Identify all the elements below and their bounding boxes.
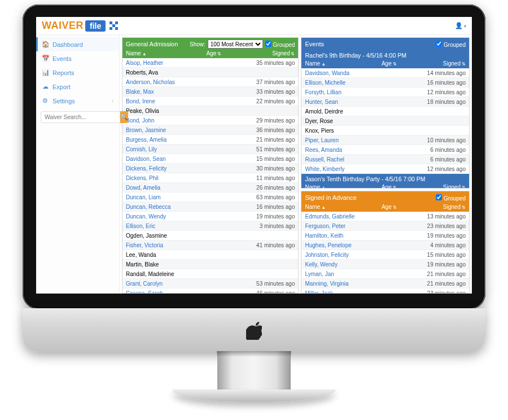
person-link[interactable]: Davidson, Wanda	[305, 70, 349, 76]
table-row: White, Kimberly12 minutes ago	[301, 164, 469, 174]
sidebar-item-settings[interactable]: ⚙Settings‹	[36, 94, 119, 108]
signed-time: 53 minutes ago	[247, 281, 295, 287]
col-name[interactable]: Name▲	[126, 50, 207, 56]
person-link[interactable]: Miller, Jack	[305, 290, 332, 294]
logo-text-file: file	[85, 20, 106, 32]
signed-time: 29 minutes ago	[247, 117, 295, 124]
sort-icon: ⇅	[393, 205, 397, 210]
col-name[interactable]: Name▲	[305, 60, 381, 67]
person-name: Randall, Madeleine	[126, 271, 174, 277]
column-headers: Name▲Age⇅Signed⇅	[301, 60, 469, 68]
col-name[interactable]: Name▲	[305, 184, 381, 188]
col-age[interactable]: Age⇅	[382, 60, 420, 67]
search-button[interactable]: 🔍	[120, 111, 128, 123]
person-link[interactable]: Duncan, Rebecca	[126, 204, 171, 210]
table-body: Alsop, Heather35 minutes agoRoberts, Ava…	[122, 58, 298, 293]
sidebar-item-reports[interactable]: 📊Reports	[36, 65, 119, 80]
col-signed[interactable]: Signed⇅	[420, 60, 466, 67]
person-link[interactable]: Manning, Virginia	[305, 281, 348, 287]
person-link[interactable]: Alsop, Heather	[126, 60, 163, 66]
person-link[interactable]: Hughes, Penelope	[305, 242, 351, 248]
signed-time	[420, 128, 466, 134]
table-row: Lee, Wanda	[122, 250, 298, 260]
person-link[interactable]: Brown, Jasmine	[126, 127, 166, 133]
col-signed[interactable]: Signed⇅	[420, 184, 466, 188]
event-group-heading[interactable]: Jason's Tenth Birthday Party - 4/5/16 7:…	[301, 174, 469, 184]
person-link[interactable]: Ellison, Eric	[126, 223, 155, 229]
sidebar-item-export[interactable]: ☁Export	[36, 80, 119, 94]
sidebar-item-events[interactable]: 📅Events	[36, 51, 119, 65]
person-link[interactable]: Fisher, Victoria	[126, 242, 163, 248]
person-link[interactable]: Ellison, Michelle	[305, 80, 345, 86]
person-link[interactable]: Greene, Sarah	[126, 290, 163, 294]
table-row: Davidson, Wanda14 minutes ago	[301, 68, 469, 78]
person-link[interactable]: Kelly, Wendy	[305, 261, 337, 268]
grouped-toggle[interactable]: Grouped	[436, 41, 466, 48]
person-link[interactable]: Dowd, Amelia	[126, 185, 160, 191]
person-name: Roberts, Ava	[126, 69, 158, 76]
panel-general-admission: General Admission Show: 100 Most Recent …	[122, 37, 299, 294]
person-link[interactable]: Blake, Max	[126, 89, 154, 95]
person-link[interactable]: Burgess, Amelia	[126, 137, 167, 143]
signed-time: 23 minutes ago	[420, 223, 466, 229]
person-link[interactable]: Grant, Carolyn	[126, 281, 163, 287]
person-link[interactable]: Edmunds, Gabrielle	[305, 213, 354, 220]
person-link[interactable]: Bond, Irene	[126, 98, 155, 104]
signed-time: 6 minutes ago	[420, 156, 466, 163]
person-link[interactable]: Ferguson, Peter	[305, 223, 345, 229]
table-row: Kelly, Wendy19 minutes ago	[301, 260, 469, 269]
grouped-toggle[interactable]: Grouped	[436, 194, 466, 202]
table-body: Rachel's 9th Birthday - 4/5/16 4:00 PMNa…	[301, 50, 469, 188]
col-signed[interactable]: Signed⇅	[247, 50, 295, 56]
panel-header: Signed in Advance Grouped	[301, 191, 469, 204]
logo-checker-icon	[110, 21, 118, 30]
signed-time: 46 minutes ago	[247, 290, 295, 294]
col-age[interactable]: Age⇅	[207, 50, 247, 56]
sidebar-item-label: Reports	[52, 69, 75, 76]
table-row: Dickens, Phil11 minutes ago	[122, 173, 298, 183]
event-group-heading[interactable]: Rachel's 9th Birthday - 4/5/16 4:00 PM	[301, 50, 469, 60]
person-link[interactable]: Hunter, Sean	[305, 99, 338, 105]
show-label: Show:	[190, 41, 205, 47]
person-name: Knox, Piers	[305, 128, 334, 134]
col-age[interactable]: Age⇅	[382, 184, 420, 188]
col-name[interactable]: Name▲	[305, 204, 381, 210]
signed-time: 21 minutes ago	[420, 281, 466, 287]
table-row: Hunter, Sean18 minutes ago	[301, 97, 469, 107]
person-link[interactable]: Hamilton, Keith	[305, 233, 343, 239]
panel-title: Events	[305, 41, 436, 47]
table-row: Russell, Rachel6 minutes ago	[301, 155, 469, 164]
table-row: Hughes, Penelope4 minutes ago	[301, 240, 469, 250]
signed-time: 51 minutes ago	[247, 146, 295, 152]
user-menu[interactable]: 👤▾	[455, 22, 466, 29]
signed-time	[247, 69, 295, 76]
col-age[interactable]: Age⇅	[382, 204, 420, 210]
person-link[interactable]: Rees, Amanda	[305, 147, 342, 153]
table-row: Rees, Amanda6 minutes ago	[301, 145, 469, 155]
person-link[interactable]: Anderson, Nicholas	[126, 79, 175, 85]
search-input[interactable]	[41, 111, 120, 123]
person-link[interactable]: Davidson, Sean	[126, 156, 166, 162]
col-signed[interactable]: Signed⇅	[420, 204, 466, 210]
table-row: Forsyth, Lillian12 minutes ago	[301, 88, 469, 97]
person-link[interactable]: Piper, Lauren	[305, 137, 339, 143]
person-link[interactable]: Dickens, Felicity	[126, 165, 167, 172]
person-link[interactable]: Bond, John	[126, 117, 155, 124]
grouped-toggle[interactable]: Grouped	[265, 41, 295, 48]
signed-time: 12 minutes ago	[420, 166, 466, 172]
sort-asc-icon: ▲	[321, 205, 326, 210]
person-link[interactable]: White, Kimberly	[305, 166, 344, 172]
sidebar-item-dashboard[interactable]: 🏠Dashboard	[36, 37, 119, 51]
table-row: Duncan, Wendy19 minutes ago	[122, 212, 298, 221]
signed-time: 16 minutes ago	[420, 80, 466, 86]
show-select[interactable]: 100 Most Recent	[208, 40, 263, 49]
person-link[interactable]: Johnston, Felicity	[305, 252, 348, 258]
person-link[interactable]: Forsyth, Lillian	[305, 89, 341, 95]
person-link[interactable]: Russell, Rachel	[305, 156, 344, 163]
person-link[interactable]: Lyman, Jan	[305, 271, 334, 277]
person-link[interactable]: Duncan, Wendy	[126, 213, 166, 220]
person-link[interactable]: Dickens, Phil	[126, 175, 159, 181]
sidebar-item-label: Dashboard	[52, 41, 83, 48]
person-link[interactable]: Duncan, Liam	[126, 194, 161, 200]
person-link[interactable]: Cornish, Lily	[126, 146, 157, 152]
